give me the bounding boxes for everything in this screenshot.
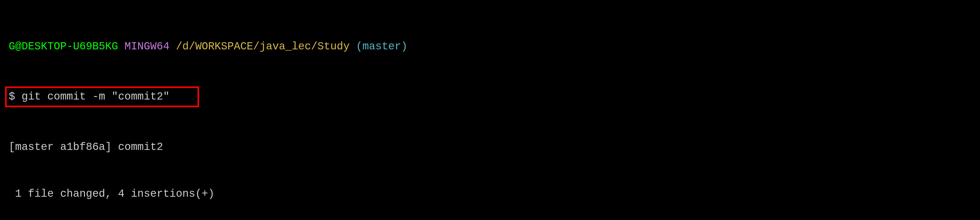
prompt-path: /d/WORKSPACE/java_lec/Study (176, 40, 350, 53)
output-line-1: [master a1bf86a] commit2 (5, 140, 975, 155)
prompt-user-host: G@DESKTOP-U69B5KG (9, 40, 118, 53)
prompt-symbol: $ (9, 91, 15, 103)
prompt-env: MINGW64 (124, 40, 169, 53)
output-line-2: 1 file changed, 4 insertions(+) (5, 186, 975, 202)
command-line[interactable]: $ git commit -m "commit2" (5, 87, 199, 107)
prompt-branch: (master) (356, 40, 407, 53)
terminal-output: G@DESKTOP-U69B5KG MINGW64 /d/WORKSPACE/j… (5, 8, 975, 220)
command-text: git commit -m "commit2" (21, 91, 169, 103)
command-line-highlight: $ git commit -m "commit2" (5, 85, 975, 108)
prompt-line: G@DESKTOP-U69B5KG MINGW64 /d/WORKSPACE/j… (5, 39, 975, 55)
